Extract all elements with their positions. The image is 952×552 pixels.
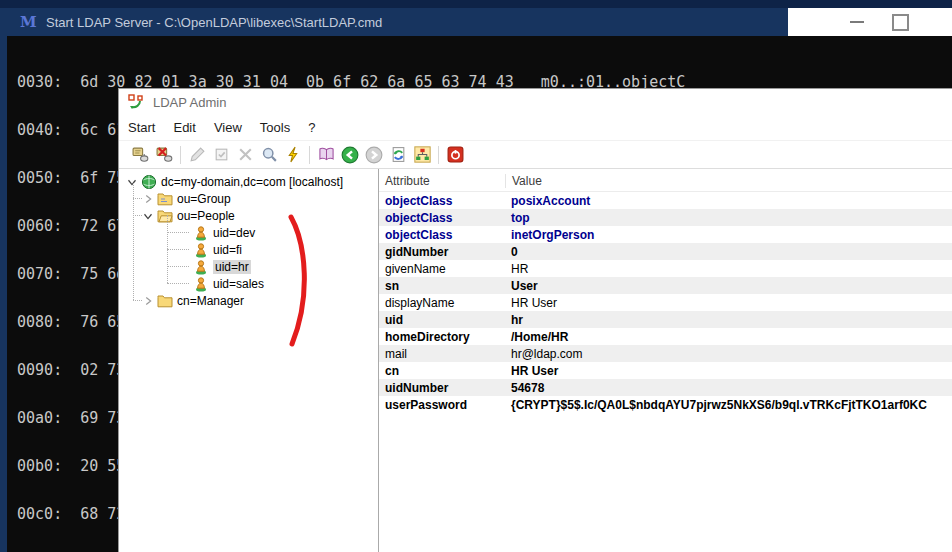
search-icon[interactable]	[257, 144, 281, 166]
value-cell: inetOrgPerson	[505, 228, 952, 242]
column-header-attribute[interactable]: Attribute	[379, 174, 505, 188]
window-title: LDAP Admin	[153, 95, 226, 110]
attribute-cell: userPassword	[379, 398, 505, 412]
schema-book-icon[interactable]	[314, 144, 338, 166]
attribute-cell: objectClass	[379, 211, 505, 225]
tree-item-people[interactable]: ou=People	[119, 207, 378, 224]
attribute-cell: uid	[379, 313, 505, 327]
disconnect-icon[interactable]	[152, 144, 176, 166]
delete-icon[interactable]	[233, 144, 257, 166]
exit-icon[interactable]	[443, 144, 467, 166]
tree-item-label: ou=People	[177, 209, 235, 223]
menu-start[interactable]: Start	[119, 120, 164, 135]
value-cell: {CRYPT}$5$.Ic/QA0L$nbdqAYU7pjrwz5NkXS6/b…	[505, 398, 952, 412]
maximize-button[interactable]	[892, 14, 909, 31]
menu-edit[interactable]: Edit	[164, 120, 204, 135]
table-row[interactable]: objectClass posixAccount	[379, 192, 952, 209]
tree-item-label: uid=dev	[213, 226, 255, 240]
table-row[interactable]: homeDirectory /Home/HR	[379, 328, 952, 345]
attribute-cell: cn	[379, 364, 505, 378]
attribute-cell: sn	[379, 279, 505, 293]
value-cell: 0	[505, 245, 952, 259]
tree-connector	[167, 232, 189, 233]
tree-connector	[133, 300, 142, 301]
value-cell: HR	[505, 262, 952, 276]
minimize-button[interactable]	[850, 21, 864, 23]
table-row[interactable]: sn User	[379, 277, 952, 294]
tree-item-uid-sales[interactable]: uid=sales	[119, 275, 378, 292]
tree-item-label: ou=Group	[177, 192, 231, 206]
user-icon	[193, 259, 209, 275]
attribute-cell: displayName	[379, 296, 505, 310]
table-row[interactable]: cn HR User	[379, 362, 952, 379]
chevron-down-icon[interactable]	[125, 175, 139, 189]
value-cell: top	[505, 211, 952, 225]
attribute-cell: givenName	[379, 262, 505, 276]
table-row[interactable]: givenName HR	[379, 260, 952, 277]
menu-help[interactable]: ?	[299, 120, 324, 135]
tree-connector	[167, 283, 189, 284]
table-row[interactable]: uidNumber 54678	[379, 379, 952, 396]
column-header-value[interactable]: Value	[505, 174, 952, 188]
user-icon	[193, 242, 209, 258]
value-cell: posixAccount	[505, 194, 952, 208]
table-row[interactable]: uid hr	[379, 311, 952, 328]
refresh-icon[interactable]	[386, 144, 410, 166]
main-content: dc=my-domain,dc=com [localhost] ou=Group	[119, 169, 952, 552]
attribute-cell: objectClass	[379, 228, 505, 242]
menu-tools[interactable]: Tools	[251, 120, 299, 135]
tree-item-root[interactable]: dc=my-domain,dc=com [localhost]	[119, 173, 378, 190]
tree-item-label: uid=sales	[213, 277, 264, 291]
table-row[interactable]: gidNumber 0	[379, 243, 952, 260]
table-row[interactable]: displayName HR User	[379, 294, 952, 311]
attribute-table: Attribute Value objectClass posixAccount…	[379, 169, 952, 552]
properties-icon[interactable]	[209, 144, 233, 166]
value-cell: hr@ldap.com	[505, 347, 952, 361]
toolbar-separator	[180, 146, 181, 164]
attribute-cell: uidNumber	[379, 381, 505, 395]
menu-view[interactable]: View	[205, 120, 251, 135]
tree-item-label: uid=fi	[213, 243, 242, 257]
go-back-icon[interactable]	[338, 144, 362, 166]
tree-item-label-selected: uid=hr	[213, 260, 251, 274]
go-forward-icon[interactable]	[362, 144, 386, 166]
value-cell: HR User	[505, 364, 952, 378]
tree-view-icon[interactable]	[410, 144, 434, 166]
tree-item-group[interactable]: ou=Group	[119, 190, 378, 207]
tree-item-manager[interactable]: cn=Manager	[119, 292, 378, 309]
tree-connector	[167, 249, 189, 250]
chevron-down-icon[interactable]	[141, 209, 155, 223]
tree-item-uid-dev[interactable]: uid=dev	[119, 224, 378, 241]
edit-entry-icon[interactable]	[185, 144, 209, 166]
console-window-edge	[0, 0, 952, 8]
tree-connector	[167, 266, 189, 267]
chevron-right-icon[interactable]	[141, 192, 155, 206]
tree-item-uid-hr[interactable]: uid=hr	[119, 258, 378, 275]
folder-ou-icon	[157, 191, 173, 207]
globe-icon	[141, 174, 157, 190]
toolbar	[119, 141, 952, 169]
console-titlebar[interactable]: M Start LDAP Server - C:\OpenLDAP\libexe…	[0, 8, 952, 36]
connect-icon[interactable]	[128, 144, 152, 166]
ldap-admin-app-icon	[128, 94, 144, 110]
tree-connector	[133, 215, 142, 216]
console-title: Start LDAP Server - C:\OpenLDAP\libexec\…	[46, 15, 382, 30]
user-icon	[193, 225, 209, 241]
toolbar-separator	[309, 146, 310, 164]
folder-open-icon	[157, 208, 173, 224]
chevron-right-icon[interactable]	[141, 294, 155, 308]
table-row[interactable]: mail hr@ldap.com	[379, 345, 952, 362]
table-row[interactable]: objectClass inetOrgPerson	[379, 226, 952, 243]
tree-item-uid-fi[interactable]: uid=fi	[119, 241, 378, 258]
value-cell: User	[505, 279, 952, 293]
menubar: Start Edit View Tools ?	[119, 115, 952, 141]
table-header: Attribute Value	[379, 171, 952, 192]
console-window-controls	[788, 8, 952, 36]
quick-search-icon[interactable]	[281, 144, 305, 166]
ldap-admin-titlebar[interactable]: LDAP Admin	[119, 89, 952, 115]
tree-item-label: dc=my-domain,dc=com [localhost]	[161, 175, 343, 189]
value-cell: /Home/HR	[505, 330, 952, 344]
table-row[interactable]: objectClass top	[379, 209, 952, 226]
table-row[interactable]: userPassword {CRYPT}$5$.Ic/QA0L$nbdqAYU7…	[379, 396, 952, 413]
toolbar-separator	[438, 146, 439, 164]
